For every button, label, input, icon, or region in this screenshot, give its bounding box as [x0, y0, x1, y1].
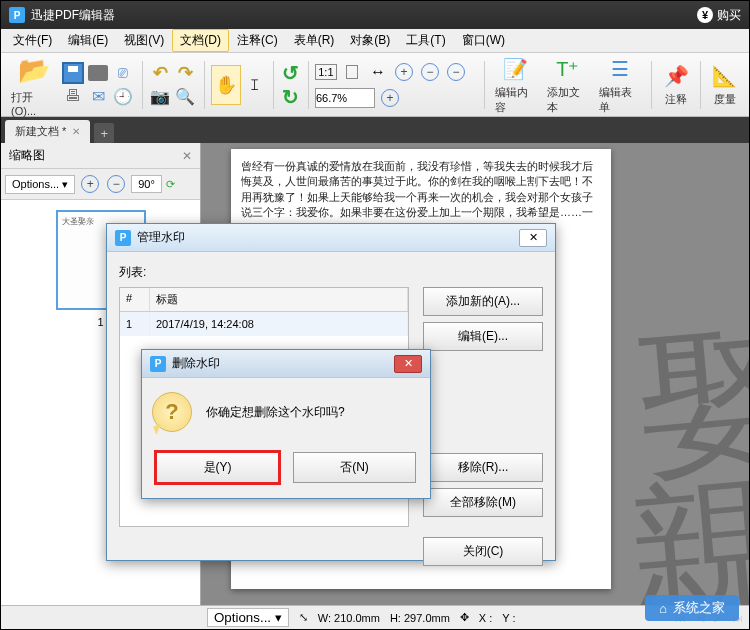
remove-button[interactable]: 移除(R)... — [423, 453, 543, 482]
menu-window[interactable]: 窗口(W) — [454, 29, 513, 52]
cursor-group: ✋ 𝙸 — [211, 65, 267, 105]
table-row[interactable]: 1 2017/4/19, 14:24:08 — [120, 312, 408, 336]
hand-icon: ✋ — [215, 74, 237, 96]
thumb-options-button[interactable]: Options... ▾ — [5, 175, 75, 194]
close-panel-icon[interactable]: ✕ — [182, 149, 192, 163]
zoom-group: 1:1 ↔ + − − + — [315, 61, 478, 109]
open-button[interactable]: 📂 打开(O)... — [7, 52, 60, 117]
manage-dialog-titlebar[interactable]: P 管理水印 ✕ — [107, 224, 555, 252]
menu-object[interactable]: 对象(B) — [342, 29, 398, 52]
height-label: H: 297.0mm — [390, 612, 450, 624]
print2-button[interactable]: 🖶 — [62, 85, 84, 107]
zoom-in-icon-button[interactable]: + — [393, 61, 415, 83]
remove-all-button[interactable]: 全部移除(M) — [423, 488, 543, 517]
status-options-button[interactable]: Options... ▾ — [207, 608, 289, 627]
measure-icon: 📐 — [711, 62, 739, 90]
find-button[interactable]: 🔍 — [174, 85, 196, 107]
close-icon: ✕ — [404, 357, 413, 370]
row-num: 1 — [120, 312, 150, 336]
zoom-out-icon-button[interactable]: − — [419, 61, 441, 83]
document-tab-bar: 新建文档 * ✕ + — [1, 117, 749, 143]
edit-content-button[interactable]: 📝编辑内容 — [491, 55, 541, 115]
folder-open-icon: 📂 — [18, 55, 50, 86]
redo-icon: ↷ — [178, 62, 193, 84]
redo-button[interactable]: ↷ — [174, 62, 196, 84]
save-button[interactable] — [62, 62, 84, 84]
history-group: ↶ ↷ 📷 🔍 — [149, 62, 198, 107]
zoom-in-button[interactable]: + — [379, 87, 401, 109]
zoom-out-icon: − — [107, 175, 125, 193]
close-button[interactable]: 关闭(C) — [423, 537, 543, 566]
main-toolbar: 📂 打开(O)... ⎚ 🖶 ✉ 🕘 ↶ ↷ 📷 🔍 ✋ 𝙸 ↺ ↻ 1:1 ↔… — [1, 53, 749, 117]
list-label: 列表: — [119, 264, 543, 281]
menu-view[interactable]: 视图(V) — [116, 29, 172, 52]
rotate-ccw-icon: ↺ — [282, 61, 299, 85]
open-label: 打开(O)... — [11, 90, 56, 117]
printer-icon — [88, 65, 108, 81]
thumb-rotate-button[interactable]: 90° — [131, 175, 162, 193]
mail-button[interactable]: ✉ — [87, 85, 109, 107]
confirm-dialog-titlebar[interactable]: P 删除水印 ✕ — [142, 350, 430, 378]
hand-tool-button[interactable]: ✋ — [211, 65, 241, 105]
edit-form-button[interactable]: ☰编辑表单 — [595, 55, 645, 115]
brand-watermark-label: 系统之家 — [673, 599, 725, 617]
confirm-message: 你确定想删除这个水印吗? — [206, 404, 345, 421]
menu-comment[interactable]: 注释(C) — [229, 29, 286, 52]
buy-button[interactable]: ¥ 购买 — [697, 7, 741, 24]
add-tab-button[interactable]: + — [94, 123, 114, 143]
separator — [204, 61, 205, 109]
menu-tool[interactable]: 工具(T) — [398, 29, 453, 52]
refresh-icon[interactable]: ⟳ — [166, 178, 175, 191]
undo-icon: ↶ — [153, 62, 168, 84]
zoom-out-button[interactable]: − — [445, 61, 467, 83]
menu-form[interactable]: 表单(R) — [286, 29, 343, 52]
thumb-zoom-out-button[interactable]: − — [105, 173, 127, 195]
document-tab[interactable]: 新建文档 * ✕ — [5, 120, 90, 143]
menu-file[interactable]: 文件(F) — [5, 29, 60, 52]
confirm-delete-dialog: P 删除水印 ✕ ? 你确定想删除这个水印吗? 是(Y) 否(N) — [141, 349, 431, 499]
add-text-label: 添加文本 — [547, 85, 589, 115]
fit-width-button[interactable]: ↔ — [367, 61, 389, 83]
rotate-ccw-button[interactable]: ↺ — [280, 62, 302, 84]
confirm-buttons: 是(Y) 否(N) — [142, 446, 430, 495]
fit-page-button[interactable] — [341, 61, 363, 83]
annotate-label: 注释 — [665, 92, 687, 107]
close-tab-icon[interactable]: ✕ — [72, 126, 80, 137]
manage-dialog-footer: 关闭(C) — [119, 527, 543, 566]
plus-icon: + — [381, 89, 399, 107]
snapshot-button[interactable]: 📷 — [149, 85, 171, 107]
minus-icon: − — [447, 63, 465, 81]
floppy-icon — [62, 62, 84, 84]
confirm-dialog-close-button[interactable]: ✕ — [394, 355, 422, 373]
measure-button[interactable]: 📐度量 — [707, 62, 743, 107]
thumb-zoom-in-button[interactable]: + — [79, 173, 101, 195]
scan-button[interactable]: ⎚ — [112, 62, 134, 84]
add-text-button[interactable]: T⁺添加文本 — [543, 55, 593, 115]
no-button[interactable]: 否(N) — [293, 452, 416, 483]
select-tool-button[interactable]: 𝙸 — [243, 65, 267, 105]
fit-page-icon — [346, 65, 358, 79]
actual-size-button[interactable]: 1:1 — [315, 61, 337, 83]
annotate-button[interactable]: 📌注释 — [658, 62, 694, 107]
rotate-group: ↺ ↻ — [280, 62, 302, 108]
menu-bar: 文件(F) 编辑(E) 视图(V) 文档(D) 注释(C) 表单(R) 对象(B… — [1, 29, 749, 53]
watermark-char: 親 — [620, 447, 749, 605]
text-cursor-icon: 𝙸 — [249, 76, 260, 94]
print-button[interactable] — [87, 62, 109, 84]
home-icon: ⌂ — [659, 601, 667, 616]
menu-document[interactable]: 文档(D) — [172, 29, 229, 52]
manage-dialog-close-button[interactable]: ✕ — [519, 229, 547, 247]
edit-button[interactable]: 编辑(E)... — [423, 322, 543, 351]
zoom-out-icon: − — [421, 63, 439, 81]
yes-button[interactable]: 是(Y) — [156, 452, 279, 483]
thumbnail-toolbar: Options... ▾ + − 90° ⟳ — [1, 169, 200, 200]
menu-edit[interactable]: 编辑(E) — [60, 29, 116, 52]
thumb-options-label: Options... — [12, 178, 59, 190]
undo-button[interactable]: ↶ — [149, 62, 171, 84]
add-new-button[interactable]: 添加新的(A)... — [423, 287, 543, 316]
rotate-cw-button[interactable]: ↻ — [280, 86, 302, 108]
plus-icon: + — [101, 126, 109, 141]
recent-button[interactable]: 🕘 — [112, 85, 134, 107]
separator — [308, 61, 309, 109]
zoom-input[interactable] — [315, 88, 375, 108]
